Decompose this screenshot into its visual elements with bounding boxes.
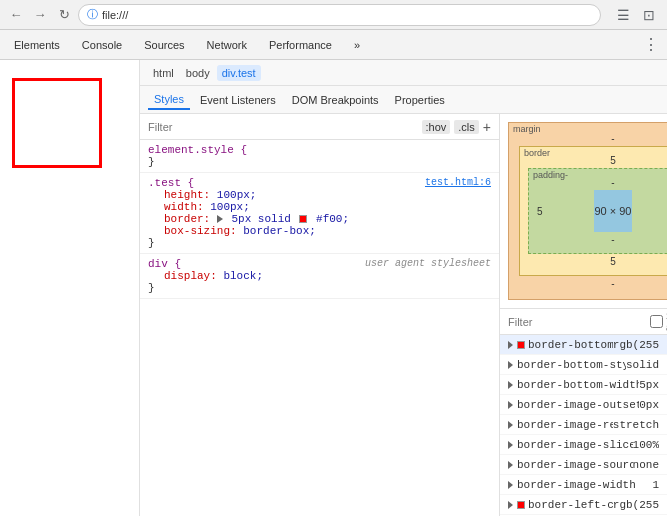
computed-prop: border-image-source <box>517 459 633 471</box>
devtools-icon-2[interactable]: ⊡ <box>637 3 661 27</box>
computed-val: stretch <box>613 419 659 431</box>
filter-hov[interactable]: :hov <box>422 120 451 134</box>
css-rules: element.style { } .test { test.html:6 he… <box>140 140 499 516</box>
page-preview <box>0 60 140 516</box>
computed-filter-input[interactable] <box>508 316 646 328</box>
tab-console[interactable]: Console <box>72 35 132 55</box>
box-border: border 5 padding- - 5 90 × 90 <box>519 146 667 276</box>
computed-triangle-icon <box>508 461 513 469</box>
css-rule-div: div { user agent stylesheet display: blo… <box>140 254 499 299</box>
computed-item[interactable]: border-left-color rgb(255 <box>500 495 667 515</box>
address-bar[interactable]: ⓘ file:/// <box>78 4 601 26</box>
computed-val: 100% <box>633 439 659 451</box>
back-button[interactable]: ← <box>6 5 26 25</box>
address-text: file:/// <box>102 9 128 21</box>
computed-val: rgb(255 <box>613 339 659 351</box>
padding-bottom-value: - <box>537 234 667 245</box>
computed-val: solid <box>626 359 659 371</box>
computed-item[interactable]: border-bottom-color rgb(255 <box>500 335 667 355</box>
breadcrumb-html[interactable]: html <box>148 65 179 81</box>
computed-item[interactable]: border-image-repeat stretch <box>500 415 667 435</box>
margin-label: margin <box>513 124 541 134</box>
css-rule-test: .test { test.html:6 height: 100px; width… <box>140 173 499 254</box>
breadcrumb-div[interactable]: div.test <box>217 65 261 81</box>
css-source-test[interactable]: test.html:6 <box>425 177 491 188</box>
devtools-icon-1[interactable]: ☰ <box>611 3 635 27</box>
box-model: margin - border 5 padding- - 5 <box>508 122 667 300</box>
styles-filter-input[interactable] <box>148 121 418 133</box>
breadcrumb: html body div.test <box>140 60 667 86</box>
border-color-swatch[interactable] <box>299 215 307 223</box>
box-model-section: margin - border 5 padding- - 5 <box>500 114 667 309</box>
computed-prop: border-left-color <box>528 499 613 511</box>
computed-val: none <box>633 459 659 471</box>
preview-red-box <box>12 78 102 168</box>
computed-item[interactable]: border-image-slice 100% <box>500 435 667 455</box>
refresh-button[interactable]: ↻ <box>54 5 74 25</box>
subtab-styles[interactable]: Styles <box>148 90 190 110</box>
info-icon: ⓘ <box>87 7 98 22</box>
computed-val: rgb(255 <box>613 499 659 511</box>
color-swatch-icon <box>517 501 525 509</box>
box-sides: 5 90 × 90 5 <box>537 190 667 232</box>
computed-item[interactable]: border-image-source none <box>500 455 667 475</box>
computed-list: border-bottom-color rgb(255 border-botto… <box>500 335 667 516</box>
show-all-label[interactable]: Show all <box>650 311 667 333</box>
computed-triangle-icon <box>508 421 513 429</box>
css-close-brace: } <box>148 237 155 249</box>
subtab-dom-breakpoints[interactable]: DOM Breakpoints <box>286 91 385 109</box>
computed-prop: border-image-repeat <box>517 419 613 431</box>
breadcrumb-body[interactable]: body <box>181 65 215 81</box>
computed-prop: border-image-outset <box>517 399 639 411</box>
computed-val: 5px <box>639 379 659 391</box>
border-label: border <box>524 148 550 158</box>
computed-prop: border-image-width <box>517 479 652 491</box>
computed-section: Show all border-bottom-color rgb(255 <box>500 309 667 516</box>
computed-prop: border-image-slice <box>517 439 633 451</box>
user-agent-label: user agent stylesheet <box>365 258 491 269</box>
tab-more[interactable]: » <box>344 35 370 55</box>
box-padding: padding- - 5 90 × 90 5 <box>528 168 667 254</box>
subtab-event-listeners[interactable]: Event Listeners <box>194 91 282 109</box>
border-bottom-value: 5 <box>528 256 667 267</box>
tab-elements[interactable]: Elements <box>4 35 70 55</box>
browser-bar: ← → ↻ ⓘ file:/// ☰ ⊡ <box>0 0 667 30</box>
css-selector-test: .test { <box>148 177 194 189</box>
css-prop-width: width: 100px; <box>148 201 491 213</box>
computed-triangle-icon <box>508 501 513 509</box>
computed-item[interactable]: border-image-width 1 <box>500 475 667 495</box>
devtools-subtabs: Styles Event Listeners DOM Breakpoints P… <box>140 86 667 114</box>
computed-triangle-icon <box>508 481 513 489</box>
right-panel: margin - border 5 padding- - 5 <box>500 114 667 516</box>
css-prop-height: height: 100px; <box>148 189 491 201</box>
show-all-checkbox[interactable] <box>650 315 663 328</box>
forward-button[interactable]: → <box>30 5 50 25</box>
computed-item[interactable]: border-image-outset 0px <box>500 395 667 415</box>
tab-sources[interactable]: Sources <box>134 35 194 55</box>
tab-network[interactable]: Network <box>197 35 257 55</box>
computed-triangle-icon <box>508 381 513 389</box>
border-triangle[interactable] <box>217 215 223 223</box>
settings-icon[interactable]: ⋮ <box>639 33 663 57</box>
computed-prop: border-bottom-width <box>517 379 639 391</box>
box-content: 90 × 90 <box>594 190 631 232</box>
tab-performance[interactable]: Performance <box>259 35 342 55</box>
color-swatch-icon <box>517 341 525 349</box>
main-content: html body div.test Styles Event Listener… <box>0 60 667 516</box>
box-margin: margin - border 5 padding- - 5 <box>508 122 667 300</box>
computed-triangle-icon <box>508 361 513 369</box>
computed-val: 1 <box>652 479 659 491</box>
filter-plus[interactable]: + <box>483 119 491 135</box>
content-dimensions: 90 × 90 <box>594 205 631 217</box>
filter-cls[interactable]: .cls <box>454 120 479 134</box>
subtab-properties[interactable]: Properties <box>389 91 451 109</box>
devtools-body: :hov .cls + element.style { } .test { <box>140 114 667 516</box>
computed-filter-bar: Show all <box>500 309 667 335</box>
computed-triangle-icon <box>508 341 513 349</box>
computed-item[interactable]: border-bottom-style solid <box>500 355 667 375</box>
css-prop-display: display: block; <box>148 270 491 282</box>
computed-prop: border-bottom-style <box>517 359 626 371</box>
css-prop-box-sizing: box-sizing: border-box; <box>148 225 491 237</box>
computed-prop: border-bottom-color <box>528 339 613 351</box>
computed-item[interactable]: border-bottom-width 5px <box>500 375 667 395</box>
